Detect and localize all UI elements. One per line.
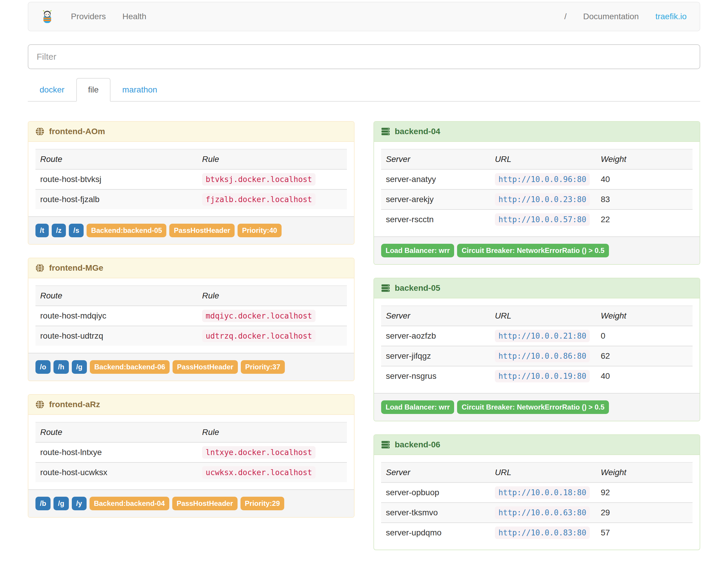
- server-row: server-jifqgzhttp://10.0.0.86:8062: [381, 346, 693, 366]
- server-column-header: Server: [381, 306, 490, 326]
- server-name: server-updqmo: [381, 523, 490, 542]
- globe-icon: [35, 400, 44, 409]
- frontend-panel-heading: frontend-aRz: [28, 395, 354, 415]
- server-name: server-rscctn: [381, 209, 490, 229]
- server-url-link[interactable]: http://10.0.0.18:80: [495, 486, 590, 499]
- server-url-cell: http://10.0.0.23:80: [490, 189, 596, 209]
- route-rule-cell: mdqiyc.docker.localhost: [197, 306, 347, 326]
- nav-root-slash[interactable]: /: [564, 12, 567, 21]
- servers-table: Server URL Weight server-aozfzbhttp://10…: [381, 306, 693, 386]
- frontend-panel-footer: /o/h/gBackend:backend-06PassHostHeaderPr…: [28, 353, 354, 381]
- route-row: route-host-lntxyelntxye.docker.localhost: [35, 442, 347, 462]
- server-url-link[interactable]: http://10.0.0.57:80: [495, 213, 590, 226]
- server-url-cell: http://10.0.0.96:80: [490, 169, 596, 189]
- server-row: server-tksmvohttp://10.0.0.63:8029: [381, 503, 693, 523]
- route-rule-cell: fjzalb.docker.localhost: [197, 189, 347, 209]
- backend-property-badge: Circuit Breaker: NetworkErrorRatio () > …: [457, 244, 609, 257]
- server-url-cell: http://10.0.0.21:80: [490, 326, 596, 346]
- tab-file[interactable]: file: [76, 78, 111, 102]
- weight-column-header: Weight: [596, 306, 693, 326]
- tab-docker[interactable]: docker: [28, 78, 76, 102]
- nav-health[interactable]: Health: [122, 12, 146, 21]
- frontend-panel-footer: /t/z/sBackend:backend-05PassHostHeaderPr…: [28, 216, 354, 244]
- backend-panel: backend-04 Server URL Weight server-anat…: [373, 121, 700, 265]
- frontend-property-badge: Backend:backend-04: [90, 497, 169, 510]
- backend-panel-title: backend-04: [395, 127, 440, 136]
- globe-icon: [35, 264, 44, 272]
- server-weight: 62: [596, 346, 693, 366]
- route-row: route-host-mdqiycmdqiyc.docker.localhost: [35, 306, 347, 326]
- frontend-panel: frontend-MGe Route Rule route-host-mdqiy…: [28, 258, 355, 381]
- server-name: server-anatyy: [381, 169, 490, 189]
- server-url-link[interactable]: http://10.0.0.83:80: [495, 527, 590, 539]
- server-url-link[interactable]: http://10.0.0.23:80: [495, 193, 590, 206]
- routes-table: Route Rule route-host-lntxyelntxye.docke…: [35, 422, 347, 482]
- server-column-header: Server: [381, 462, 490, 483]
- server-url-link[interactable]: http://10.0.0.96:80: [495, 173, 590, 186]
- url-column-header: URL: [490, 149, 596, 169]
- frontend-property-badge: Priority:40: [238, 224, 282, 237]
- frontend-panel-title: frontend-MGe: [49, 263, 103, 273]
- server-row: server-arekjyhttp://10.0.0.23:8083: [381, 189, 693, 209]
- server-url-link[interactable]: http://10.0.0.63:80: [495, 506, 590, 519]
- backend-panel-body: Server URL Weight server-anatyyhttp://10…: [374, 142, 700, 236]
- rule-code: fjzalb.docker.localhost: [202, 193, 316, 206]
- weight-column-header: Weight: [596, 149, 693, 169]
- server-row: server-anatyyhttp://10.0.0.96:8040: [381, 169, 693, 189]
- entrypoint-badge: /o: [35, 360, 51, 374]
- server-url-cell: http://10.0.0.63:80: [490, 503, 596, 523]
- backend-panel-footer: Load Balancer: wrrCircuit Breaker: Netwo…: [374, 393, 700, 421]
- servers-table: Server URL Weight server-opbuophttp://10…: [381, 462, 693, 542]
- servers-table: Server URL Weight server-anatyyhttp://10…: [381, 149, 693, 229]
- route-rule-cell: lntxye.docker.localhost: [197, 442, 347, 462]
- server-name: server-jifqgz: [381, 346, 490, 366]
- filter-section: [28, 44, 700, 69]
- server-url-link[interactable]: http://10.0.0.86:80: [495, 350, 590, 362]
- nav-providers[interactable]: Providers: [71, 12, 106, 21]
- frontend-panel-heading: frontend-AOm: [28, 122, 354, 142]
- backend-panel-body: Server URL Weight server-aozfzbhttp://10…: [374, 298, 700, 393]
- route-row: route-host-udtrzqudtrzq.docker.localhost: [35, 326, 347, 346]
- entrypoint-badge: /g: [72, 360, 87, 374]
- frontend-panel: frontend-AOm Route Rule route-host-btvks…: [28, 121, 355, 245]
- server-name: server-nsgrus: [381, 366, 490, 386]
- routes-table: Route Rule route-host-btvksjbtvksj.docke…: [35, 149, 347, 209]
- server-url-link[interactable]: http://10.0.0.19:80: [495, 370, 590, 382]
- provider-tabs: docker file marathon: [28, 78, 700, 102]
- backend-panel-heading: backend-05: [374, 278, 700, 298]
- rule-code: ucwksx.docker.localhost: [202, 466, 316, 479]
- frontend-property-badge: Backend:backend-05: [87, 224, 166, 237]
- backend-panel: backend-05 Server URL Weight server-aozf…: [373, 278, 700, 421]
- server-url-cell: http://10.0.0.18:80: [490, 483, 596, 503]
- route-name: route-host-btvksj: [35, 169, 197, 189]
- rule-code: udtrzq.docker.localhost: [202, 330, 316, 342]
- server-stack-icon: [381, 127, 390, 136]
- filter-input[interactable]: [28, 44, 700, 69]
- tab-marathon[interactable]: marathon: [111, 78, 169, 102]
- frontend-panel-body: Route Rule route-host-lntxyelntxye.docke…: [28, 415, 354, 489]
- frontend-panel-body: Route Rule route-host-mdqiycmdqiyc.docke…: [28, 278, 354, 353]
- nav-traefik-io-link[interactable]: traefik.io: [655, 12, 687, 21]
- frontend-property-badge: Backend:backend-06: [90, 360, 170, 374]
- weight-column-header: Weight: [596, 462, 693, 483]
- route-rule-cell: btvksj.docker.localhost: [197, 169, 347, 189]
- backend-property-badge: Load Balancer: wrr: [381, 244, 454, 257]
- globe-icon: [35, 127, 44, 136]
- server-stack-icon: [381, 284, 390, 293]
- server-url-cell: http://10.0.0.57:80: [490, 209, 596, 229]
- server-weight: 57: [596, 523, 693, 542]
- url-column-header: URL: [490, 306, 596, 326]
- server-weight: 83: [596, 189, 693, 209]
- server-weight: 22: [596, 209, 693, 229]
- nav-documentation[interactable]: Documentation: [583, 12, 639, 21]
- frontend-property-badge: PassHostHeader: [172, 497, 238, 510]
- backend-panel-footer: Load Balancer: wrrCircuit Breaker: Netwo…: [374, 236, 700, 264]
- frontend-property-badge: Priority:29: [241, 497, 285, 510]
- server-row: server-nsgrushttp://10.0.0.19:8040: [381, 366, 693, 386]
- entrypoint-badge: /y: [72, 497, 87, 510]
- traefik-logo-icon[interactable]: [41, 10, 53, 23]
- route-row: route-host-fjzalbfjzalb.docker.localhost: [35, 189, 347, 209]
- server-url-link[interactable]: http://10.0.0.21:80: [495, 330, 590, 342]
- frontend-panel-heading: frontend-MGe: [28, 258, 354, 278]
- route-rule-cell: udtrzq.docker.localhost: [197, 326, 347, 346]
